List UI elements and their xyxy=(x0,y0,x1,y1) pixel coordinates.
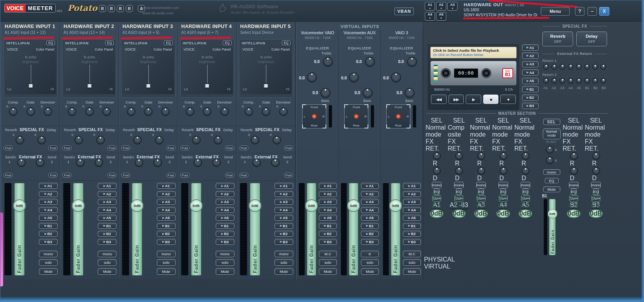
route-b2-button[interactable]: ▶B2 xyxy=(39,231,58,237)
route-a3-button[interactable]: ▶A3 xyxy=(157,199,176,205)
route-a2-button[interactable]: ▶A2 xyxy=(274,191,293,197)
intellipan-pad[interactable]: VOICE Color Panel fx echo brightness Lo … xyxy=(241,46,292,94)
reverb-send-knob[interactable]: 0 xyxy=(74,136,83,144)
intellipan-pad[interactable]: VOICE Color Panel fx echo brightness Lo … xyxy=(64,46,115,94)
bus-mode-button[interactable]: Normal mode xyxy=(470,124,492,138)
recorder-file-hint[interactable]: Click to Select Audio file for Playback … xyxy=(430,47,517,58)
external-fx-send2-knob[interactable]: 0 xyxy=(95,158,103,167)
route-b1-button[interactable]: ▶B1 xyxy=(216,223,234,229)
macro-r2-button[interactable]: R xyxy=(108,5,115,12)
virtual-strip-name[interactable]: Voicemeeter VAIO xyxy=(297,30,338,35)
fx-return-r-knob[interactable] xyxy=(522,152,530,160)
route-b2-button[interactable]: ▶B2 xyxy=(157,231,176,237)
route-a2-button[interactable]: ▶A2 xyxy=(98,191,116,197)
bus-mode-button[interactable]: Comp osite xyxy=(448,124,470,138)
route-a3-button[interactable]: ▶A3 xyxy=(39,199,58,205)
return2-a1-knob[interactable] xyxy=(543,78,549,84)
route-b2-button[interactable]: ▶B2 xyxy=(319,231,337,237)
mute-button[interactable]: Mute xyxy=(157,268,176,275)
bus-fader-cap[interactable]: 0dB xyxy=(452,209,465,218)
color-panel-label[interactable]: Color Panel xyxy=(213,47,231,51)
comp-knob[interactable]: 0 xyxy=(68,107,76,116)
surround-pan-pad[interactable]: Front L R Rear xyxy=(386,104,410,128)
route-b3-button[interactable]: ▶B3 xyxy=(216,239,234,245)
denoiser-knob[interactable]: 0 xyxy=(279,107,288,116)
fx-return-d-knob[interactable] xyxy=(546,156,554,164)
route-b3-button[interactable]: ▶B3 xyxy=(39,239,58,245)
stop-button[interactable]: ■ xyxy=(483,95,499,104)
return2-a5-knob[interactable] xyxy=(576,78,582,84)
rec-route-a5-button[interactable]: ▶A5 xyxy=(522,78,538,84)
route-a4-button[interactable]: ▶A4 xyxy=(216,207,234,213)
route-a5-button[interactable]: ▶A5 xyxy=(98,215,116,221)
treble-knob[interactable] xyxy=(323,57,333,67)
rec-route-b1-button[interactable]: ▶B1 xyxy=(522,86,538,92)
macro-r3-button[interactable]: R xyxy=(117,5,124,12)
mono-button[interactable]: mono xyxy=(157,251,176,257)
pan-handle[interactable] xyxy=(205,84,209,88)
rec-route-a4-button[interactable]: ▶A4 xyxy=(522,69,538,76)
route-a5-button[interactable]: ▶A5 xyxy=(216,215,234,221)
route-b1-button[interactable]: ▶B1 xyxy=(98,223,116,229)
rec-route-a3-button[interactable]: ▶A3 xyxy=(522,61,538,67)
route-b3-button[interactable]: ▶B3 xyxy=(403,239,421,245)
fx-return-d-knob[interactable] xyxy=(522,167,530,175)
route-b2-button[interactable]: ▶B2 xyxy=(274,231,293,237)
fader-cap[interactable]: 0dB xyxy=(13,199,26,212)
pan-position-dot[interactable] xyxy=(312,114,316,118)
intellipan-pad[interactable]: VOICE Color Panel fx echo brightness Lo … xyxy=(123,46,174,94)
treble-knob[interactable] xyxy=(407,57,417,67)
bus-mode-button[interactable]: Normal mode xyxy=(563,124,585,138)
route-a5-button[interactable]: ▶A5 xyxy=(157,215,176,221)
return1-a5-knob[interactable] xyxy=(576,64,582,70)
rec-route-a1-button[interactable]: ▶A1 xyxy=(522,44,538,51)
route-a3-button[interactable]: ▶A3 xyxy=(274,199,293,205)
sel-button[interactable]: SEL xyxy=(590,117,602,124)
gate-knob[interactable]: 0 xyxy=(203,107,211,116)
bus-fader-cap[interactable]: 0dB xyxy=(496,209,510,218)
color-panel-label[interactable]: Color Panel xyxy=(154,47,172,51)
fader-cap[interactable]: 0dB xyxy=(248,199,261,212)
mono-button[interactable]: mono xyxy=(216,251,234,257)
fx-return-d-knob[interactable] xyxy=(570,167,578,175)
mono-button[interactable]: mono xyxy=(39,251,58,257)
route-a3-button[interactable]: ▶A3 xyxy=(361,199,379,205)
fader-track[interactable]: 0dB Fader Gain xyxy=(132,183,142,276)
bass-knob[interactable] xyxy=(320,88,331,98)
return2-a4-knob[interactable] xyxy=(568,78,574,84)
return1-b3-knob[interactable] xyxy=(600,64,606,70)
intellipan-pad[interactable]: VOICE Color Panel fx echo brightness Lo … xyxy=(182,46,233,94)
return1-a4-knob[interactable] xyxy=(568,64,574,70)
out-a4-select[interactable]: A4▼ xyxy=(425,12,435,21)
bus-fader-track[interactable]: 0dB Fader Gain xyxy=(549,199,556,255)
play-button[interactable]: ▶ xyxy=(466,95,481,104)
mono-button[interactable]: mono xyxy=(569,182,579,188)
out-a1-select[interactable]: A1▼ xyxy=(425,2,435,11)
delay-send-knob[interactable]: 0 xyxy=(96,136,105,144)
fader-track[interactable]: 0dB Fader Gain xyxy=(391,183,400,276)
mute-button[interactable]: Mute xyxy=(543,186,560,192)
bus-fader-cap[interactable]: 0dB xyxy=(547,209,557,219)
route-a4-button[interactable]: ▶A4 xyxy=(403,207,421,213)
mid-knob[interactable] xyxy=(391,72,401,83)
route-b1-button[interactable]: ▶B1 xyxy=(274,223,293,229)
route-b2-button[interactable]: ▶B2 xyxy=(403,231,421,237)
route-a4-button[interactable]: ▶A4 xyxy=(98,207,116,213)
route-a5-button[interactable]: ▶A5 xyxy=(319,215,337,221)
fx-return-r-knob[interactable] xyxy=(477,152,485,160)
mute-button[interactable]: Mute xyxy=(403,268,421,275)
sel-button[interactable]: SEL xyxy=(431,117,442,124)
eq-button[interactable]: EQ xyxy=(46,40,55,45)
denoiser-knob[interactable]: 0 xyxy=(44,107,52,116)
sel-button[interactable]: SEL xyxy=(453,117,465,124)
gate-knob[interactable]: 0 xyxy=(26,107,35,116)
pan-handle[interactable] xyxy=(146,84,150,88)
route-a1-button[interactable]: ▶A1 xyxy=(403,183,421,189)
denoiser-knob[interactable]: 0 xyxy=(220,107,229,116)
mono-button[interactable]: mono xyxy=(476,182,486,188)
rewind-button[interactable]: ◀◀ xyxy=(431,95,447,104)
send1-post-button[interactable]: Post xyxy=(121,173,130,177)
mid-knob[interactable] xyxy=(307,72,317,83)
reverb-post-button[interactable]: Post xyxy=(62,146,72,150)
external-fx-send1-knob[interactable]: 0 xyxy=(194,158,202,167)
